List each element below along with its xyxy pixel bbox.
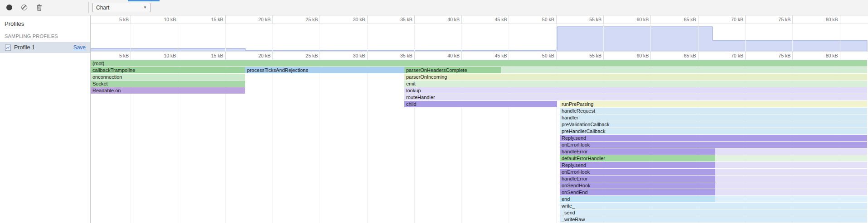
flame-bar[interactable]: handleRequest [560, 108, 867, 114]
flame-bar[interactable]: Reply.send [560, 135, 867, 141]
flame-chart-rows: (root)callbackTrampolineprocessTicksAndR… [91, 60, 868, 223]
gridline [178, 24, 178, 51]
flame-bar-label: handleError [560, 176, 587, 181]
flame-bar[interactable]: routeHandler [404, 94, 867, 100]
ruler-tick [650, 15, 651, 24]
ruler-tick-label: 40 kB [434, 53, 460, 58]
flame-bar[interactable]: onSendHook [560, 182, 715, 189]
flame-bar[interactable] [715, 148, 867, 155]
ruler-tick [509, 52, 509, 60]
flame-bar-label: routeHandler [404, 95, 435, 100]
ruler-tick-label: 15 kB [198, 53, 223, 58]
clear-button[interactable] [18, 2, 30, 14]
flame-bar[interactable] [715, 189, 867, 195]
ruler-tick-label: 55 kB [576, 53, 601, 58]
flame-bar-label: runPreParsing [560, 101, 593, 107]
flame-bar[interactable]: emit [404, 81, 867, 87]
flame-bar-label: processTicksAndRejections [245, 67, 308, 73]
ruler-tick-label: 35 kB [387, 17, 412, 22]
flame-bar[interactable]: callbackTrampoline [91, 67, 245, 73]
ruler-tick-label: 75 kB [765, 53, 790, 58]
flame-bar[interactable]: _writeRaw [560, 216, 867, 223]
flame-bar[interactable]: lookup [404, 87, 867, 94]
flame-bar-label: Readable.on [91, 88, 121, 93]
flame-bar[interactable] [715, 176, 867, 182]
record-button[interactable] [3, 2, 15, 14]
allocation-overview[interactable] [91, 24, 868, 52]
chevron-down-icon: ▼ [143, 5, 147, 9]
flame-bar[interactable]: Readable.on [91, 87, 245, 94]
flame-bar[interactable] [715, 169, 867, 175]
flame-bar-label: emit [404, 81, 416, 86]
flame-bar[interactable]: preHandlerCallback [560, 128, 867, 134]
gridline [509, 24, 509, 51]
flame-row: preValidationCallback [91, 121, 868, 128]
flame-bar[interactable] [715, 162, 867, 168]
flame-row: end [91, 196, 868, 203]
ruler-tick [840, 15, 840, 24]
flame-row: handler [91, 114, 868, 121]
gridline [414, 24, 415, 51]
flame-bar[interactable]: handler [560, 114, 867, 121]
flame-bar[interactable]: runPreParsing [560, 101, 867, 107]
flame-bar[interactable]: _send [560, 209, 867, 216]
flame-bar[interactable]: defaultErrorHandler [560, 155, 715, 161]
ruler-tick [320, 15, 320, 24]
flame-bar[interactable]: write_ [560, 203, 867, 209]
flame-bar-label: _send [560, 210, 575, 215]
gridline [650, 24, 651, 51]
ruler-tick-label: 30 kB [340, 17, 365, 22]
flame-bar[interactable]: onSendEnd [560, 189, 715, 195]
flame-chart-pane: 5 kB10 kB15 kB20 kB25 kB30 kB35 kB40 kB4… [91, 15, 868, 223]
ruler-tick-label: 50 kB [529, 53, 554, 58]
ruler-tick [225, 15, 226, 24]
flame-bar-label: defaultErrorHandler [560, 156, 605, 161]
ruler-tick-label: 75 kB [765, 17, 790, 22]
ruler-tick [509, 15, 509, 24]
flame-row: onSendEnd [91, 189, 868, 196]
delete-button[interactable] [33, 2, 45, 14]
ruler-tick-label: 25 kB [292, 17, 318, 22]
flame-bar[interactable]: processTicksAndRejections [245, 67, 404, 73]
flame-row: Reply.send [91, 135, 868, 142]
flame-row: childrunPreParsing [91, 101, 868, 108]
flame-bar[interactable]: parserOnIncoming [404, 74, 867, 80]
ruler-tick-label: 5 kB [103, 53, 129, 58]
flame-bar[interactable]: (root) [91, 60, 867, 66]
flame-bar-label: onSendHook [560, 183, 591, 188]
flame-bar[interactable] [715, 196, 867, 202]
save-link[interactable]: Save [73, 44, 86, 51]
ruler-tick [556, 15, 557, 24]
flame-bar[interactable]: Reply.send [560, 162, 715, 168]
flame-bar[interactable]: Socket [91, 81, 245, 87]
sidebar-title: Profiles [0, 15, 90, 31]
ruler-tick-label: 20 kB [245, 53, 271, 58]
flame-bar[interactable] [715, 155, 867, 161]
flame-bar[interactable]: parserOnHeadersComplete [404, 67, 501, 73]
flame-bar[interactable]: preValidationCallback [560, 121, 867, 128]
gridline [367, 24, 368, 51]
ruler-tick-label: 65 kB [671, 53, 696, 58]
flame-row: _writeRaw [91, 216, 868, 223]
flame-bar[interactable]: end [560, 196, 715, 202]
flame-bar[interactable]: onErrorHook [560, 169, 715, 175]
flame-row: (root) [91, 60, 868, 67]
gridline [320, 24, 320, 51]
ruler-tick [131, 15, 131, 24]
flame-bar[interactable]: handleError [560, 176, 715, 182]
view-mode-select[interactable]: Chart ▼ [92, 3, 150, 12]
sidebar-item-profile-1[interactable]: Profile 1 Save [0, 42, 90, 53]
flame-bar[interactable] [715, 182, 867, 189]
flame-bar[interactable]: handleError [560, 148, 715, 155]
flame-bar[interactable]: onconnection [91, 74, 245, 80]
flame-bar[interactable] [501, 67, 867, 73]
flame-bar-label: (root) [91, 61, 104, 66]
flame-bar-label: Reply.send [560, 162, 586, 168]
clear-icon [21, 5, 27, 10]
flame-bar[interactable]: child [404, 101, 557, 107]
ruler-tick-label: 10 kB [150, 53, 176, 58]
flame-row: callbackTrampolineprocessTicksAndRejecti… [91, 67, 868, 74]
flame-bar[interactable]: onErrorHook [560, 142, 867, 148]
ruler-tick-label: 40 kB [434, 17, 460, 22]
ruler-tick [603, 15, 604, 24]
